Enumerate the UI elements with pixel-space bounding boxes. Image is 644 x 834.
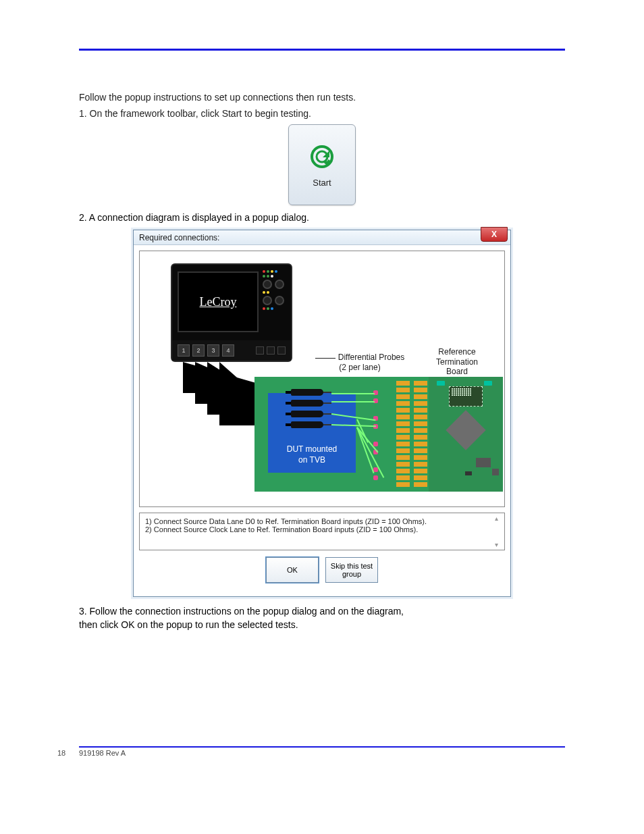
dialog-button-row: OK Skip this testgroup	[139, 550, 505, 591]
probes-label-text: Differential Probes(2 per lane)	[338, 353, 405, 371]
close-button[interactable]: X	[481, 227, 508, 242]
scope-ch-2: 2	[192, 344, 205, 357]
refboard-label-text: ReferenceTerminationBoard	[436, 347, 478, 376]
dialog-body: Differential Probes(2 per lane) Referenc…	[134, 245, 510, 596]
header-divider	[79, 49, 565, 51]
start-button-label: Start	[313, 178, 331, 188]
start-icon	[308, 142, 336, 171]
outro-step-3a: 3. Follow the connection instructions on…	[79, 606, 404, 617]
intro-step-2: 2. A connection diagram is displayed in …	[79, 212, 565, 223]
connection-dialog: Required connections: X Differential Pro…	[133, 230, 511, 597]
chip-icon	[446, 410, 485, 450]
instruction-textbox: 1) Connect Source Data Lane D0 to Ref. T…	[139, 513, 505, 550]
page-number: 18	[57, 749, 65, 757]
outro-block: 3. Follow the connection instructions on…	[79, 605, 565, 631]
scroll-up-icon: ▴	[495, 515, 503, 522]
dut-label-1: DUT mounted	[287, 444, 337, 454]
outro-step-3b: then click OK on the popup to run the se…	[79, 619, 298, 630]
start-button-wrap: Start	[79, 124, 565, 205]
ref-termination-board	[429, 377, 503, 492]
scrollbar[interactable]: ▴ ▾	[495, 515, 503, 548]
dialog-title: Required connections:	[139, 233, 219, 242]
probes-label: Differential Probes(2 per lane)	[313, 353, 407, 372]
instruction-line-2: 2) Connect Source Clock Lane to Ref. Ter…	[145, 525, 499, 533]
instruction-line-1: 1) Connect Source Data Lane D0 to Ref. T…	[145, 517, 499, 525]
gold-col-2	[414, 381, 427, 487]
close-icon: X	[491, 230, 497, 239]
scope-ch-3: 3	[207, 344, 219, 357]
intro-step-1: 1. On the framework toolbar, click Start…	[79, 107, 565, 121]
scope-brand: LeCroy	[200, 295, 237, 309]
gold-col-1	[396, 381, 410, 487]
ok-button-label: OK	[287, 566, 298, 574]
refboard-label: ReferenceTerminationBoard	[423, 347, 491, 376]
dialog-titlebar: Required connections: X	[134, 230, 510, 245]
oscilloscope: LeCroy 1 2 3 4	[171, 263, 292, 362]
scope-channels: 1 2 3 4	[172, 340, 291, 361]
footer: 18 919198 Rev A	[79, 749, 565, 757]
intro-line-1: Follow the popup instructions to set up …	[79, 91, 565, 105]
connection-diagram: Differential Probes(2 per lane) Referenc…	[139, 251, 505, 507]
scope-ch-4: 4	[222, 344, 234, 357]
scroll-down-icon: ▾	[495, 541, 503, 548]
scope-screen: LeCroy	[178, 271, 259, 332]
scope-ch-1: 1	[178, 344, 190, 357]
ok-button[interactable]: OK	[266, 557, 319, 583]
bga-footprint	[449, 386, 483, 407]
intro-block: Follow the popup instructions to set up …	[79, 91, 565, 120]
revision-label: 919198 Rev A	[79, 749, 126, 757]
dut-label-2: on TVB	[298, 455, 325, 465]
skip-button-label: Skip this testgroup	[331, 562, 373, 578]
start-button[interactable]: Start	[288, 124, 356, 205]
footer-divider	[79, 746, 565, 748]
skip-button[interactable]: Skip this testgroup	[325, 557, 378, 583]
scope-controls	[263, 270, 287, 310]
